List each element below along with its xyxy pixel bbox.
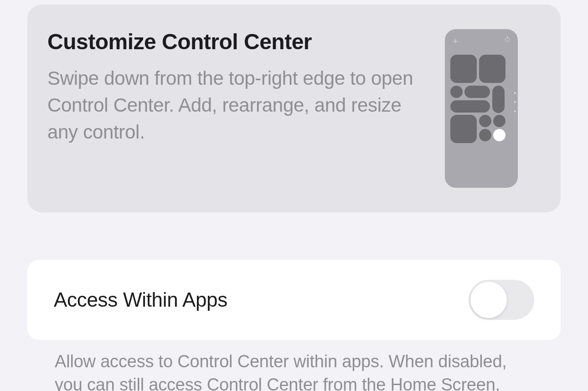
power-icon — [505, 37, 510, 42]
control-tile — [493, 115, 505, 127]
access-within-apps-toggle[interactable] — [469, 280, 534, 320]
page-dot — [514, 101, 516, 103]
control-tile — [450, 55, 477, 83]
control-tile — [450, 86, 463, 98]
control-tile-active — [493, 129, 505, 141]
control-tiles-grid — [450, 55, 512, 146]
customize-control-center-card: Customize Control Center Swipe down from… — [27, 5, 561, 212]
access-within-apps-row: Access Within Apps — [27, 260, 561, 340]
control-tile — [450, 115, 477, 143]
hero-title: Customize Control Center — [47, 29, 418, 54]
page-indicator-dots — [514, 92, 516, 112]
toggle-knob — [470, 282, 507, 318]
plus-icon: + — [453, 37, 458, 46]
page-dot — [514, 110, 516, 112]
control-tile — [479, 129, 491, 141]
hero-text-block: Customize Control Center Swipe down from… — [47, 29, 418, 145]
control-tile — [450, 100, 490, 113]
page-dot — [514, 92, 516, 94]
control-tile — [479, 115, 491, 127]
control-center-illustration: + — [445, 29, 518, 188]
control-tile — [479, 55, 505, 83]
control-tile — [492, 86, 505, 113]
access-within-apps-label: Access Within Apps — [54, 288, 227, 311]
hero-description: Swipe down from the top-right edge to op… — [47, 65, 418, 145]
control-tile — [464, 86, 490, 98]
access-within-apps-footer: Allow access to Control Center within ap… — [55, 350, 533, 391]
